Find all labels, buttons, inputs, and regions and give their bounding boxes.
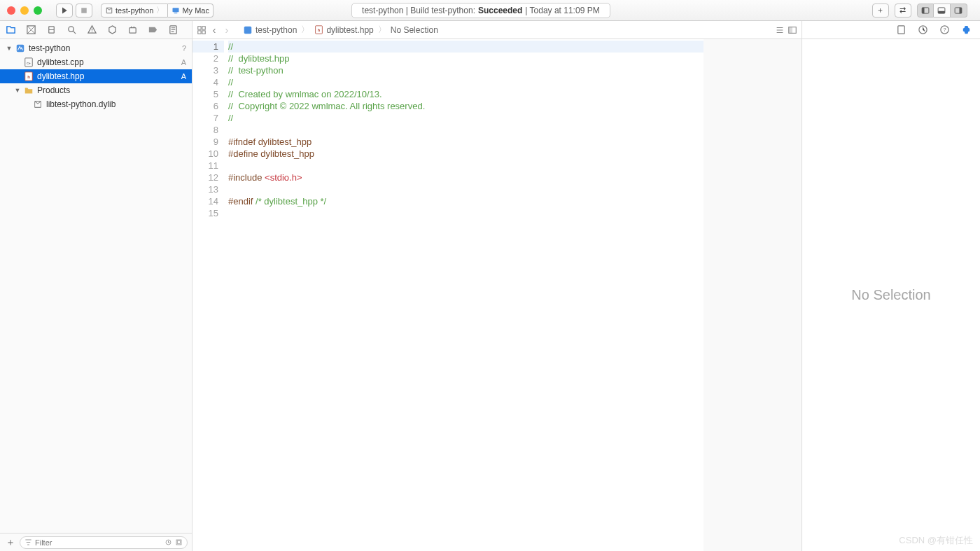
svg-rect-20: [177, 540, 180, 543]
breadcrumb-selection[interactable]: No Selection: [391, 25, 438, 35]
svg-rect-23: [198, 30, 201, 33]
svg-point-10: [69, 27, 74, 32]
svg-text:h: h: [318, 28, 321, 32]
scheme-device-label: My Mac: [182, 6, 209, 15]
inspector-panel: ? No Selection: [802, 21, 980, 551]
toggle-debug-button[interactable]: [934, 4, 951, 18]
nav-forward-button[interactable]: ›: [222, 25, 232, 35]
project-tree: ▼ test-python ? c+ dylibtest.cpp A h dyl…: [0, 39, 192, 533]
history-inspector-tab[interactable]: [918, 25, 928, 35]
report-navigator-tab[interactable]: [168, 25, 178, 35]
project-icon: [15, 43, 26, 54]
project-navigator-tab[interactable]: [6, 25, 16, 35]
svg-rect-30: [898, 26, 904, 34]
debug-navigator-tab[interactable]: [127, 25, 138, 35]
toolbar: test-python 〉 My Mac test-python | Build…: [0, 0, 980, 21]
library-button[interactable]: ＋: [872, 4, 889, 18]
symbol-navigator-tab[interactable]: [46, 25, 57, 35]
svg-text:?: ?: [943, 27, 946, 33]
svg-rect-21: [198, 26, 201, 29]
file-inspector-tab[interactable]: [896, 25, 906, 35]
file-label: dylibtest.cpp: [37, 57, 192, 67]
nav-back-button[interactable]: ‹: [209, 25, 219, 35]
close-window-button[interactable]: [7, 6, 15, 15]
attributes-inspector-tab[interactable]: [961, 25, 972, 35]
inspector-tabs: ?: [802, 21, 980, 39]
scheme-project[interactable]: test-python 〉: [101, 4, 168, 18]
panel-toggles: [917, 4, 967, 18]
code-content[interactable]: //// dylibtest.hpp// test-python//// Cre…: [224, 39, 704, 551]
svg-rect-8: [960, 7, 962, 13]
product-label: libtest-python.dylib: [46, 99, 192, 109]
product-node[interactable]: libtest-python.dylib: [0, 97, 192, 111]
toggle-inspector-button[interactable]: [951, 4, 967, 18]
svg-rect-11: [130, 28, 136, 34]
cpp-file-icon: c+: [23, 57, 34, 68]
filter-input[interactable]: [35, 538, 162, 547]
svg-rect-0: [81, 8, 87, 13]
svg-rect-22: [202, 26, 205, 29]
svg-rect-1: [173, 8, 179, 12]
file-node-dylibtest-hpp[interactable]: h dylibtest.hpp A: [0, 69, 192, 83]
inspector-body: No Selection: [802, 39, 980, 551]
status-prefix: test-python | Build test-python:: [362, 6, 475, 15]
activity-view[interactable]: test-python | Build test-python: Succeed…: [351, 3, 610, 18]
source-control-tab[interactable]: [26, 25, 36, 35]
run-button[interactable]: [56, 4, 73, 18]
file-badge: A: [181, 72, 186, 81]
navigator-panel: ▼ test-python ? c+ dylibtest.cpp A h dyl…: [0, 21, 192, 551]
issue-navigator-tab[interactable]: [87, 25, 97, 35]
editor-area: ‹ › test-python 〉 h dylibtest.hpp 〉 No S…: [192, 21, 802, 551]
folder-icon: [23, 85, 34, 96]
scheme-selector[interactable]: test-python 〉 My Mac: [101, 4, 214, 18]
hpp-file-icon: h: [23, 71, 34, 82]
line-gutter: 123456789101112131415: [192, 39, 224, 551]
dylib-icon: [32, 99, 43, 110]
navigator-tabs: [0, 21, 192, 39]
split-editor-button[interactable]: [788, 25, 797, 35]
breadcrumb-file[interactable]: dylibtest.hpp: [326, 25, 373, 35]
status-time: | Today at 11:09 PM: [525, 6, 599, 15]
minimize-window-button[interactable]: [20, 6, 29, 15]
svg-rect-25: [244, 26, 252, 34]
toggle-navigator-button[interactable]: [917, 4, 934, 18]
svg-rect-2: [174, 13, 178, 13]
code-review-button[interactable]: ⇄: [895, 4, 911, 18]
find-navigator-tab[interactable]: [66, 25, 77, 35]
file-label: dylibtest.hpp: [37, 71, 192, 81]
project-root-badge: ?: [182, 44, 186, 53]
svg-rect-6: [939, 11, 946, 13]
stop-button[interactable]: [76, 4, 92, 18]
svg-rect-24: [202, 30, 205, 33]
editor-layout-button[interactable]: [775, 25, 785, 35]
window-controls: [7, 6, 42, 15]
minimap[interactable]: [704, 39, 802, 551]
project-root-label: test-python: [29, 43, 192, 53]
test-navigator-tab[interactable]: [107, 25, 118, 35]
add-target-button[interactable]: ＋: [4, 536, 17, 549]
svg-rect-29: [789, 27, 792, 33]
file-badge: A: [181, 58, 186, 67]
breadcrumb-file-icon: h: [314, 25, 323, 35]
project-root-node[interactable]: ▼ test-python ?: [0, 41, 192, 55]
breadcrumb-project[interactable]: test-python: [255, 25, 297, 35]
maximize-window-button[interactable]: [34, 6, 42, 15]
navigator-footer: ＋: [0, 533, 192, 551]
svg-text:h: h: [27, 74, 30, 79]
breadcrumb-project-icon: [243, 25, 253, 35]
products-folder-label: Products: [37, 85, 192, 95]
svg-text:c+: c+: [27, 61, 31, 65]
no-selection-label: No Selection: [851, 287, 930, 303]
products-folder-node[interactable]: ▼ Products: [0, 83, 192, 97]
scheme-project-label: test-python: [115, 6, 153, 15]
status-result: Succeeded: [478, 6, 522, 15]
file-node-dylibtest-cpp[interactable]: c+ dylibtest.cpp A: [0, 55, 192, 69]
code-editor[interactable]: 123456789101112131415 //// dylibtest.hpp…: [192, 39, 704, 551]
breakpoint-navigator-tab[interactable]: [148, 25, 158, 35]
related-items-button[interactable]: [197, 25, 206, 35]
scheme-device[interactable]: My Mac: [168, 4, 214, 18]
jump-bar: ‹ › test-python 〉 h dylibtest.hpp 〉 No S…: [192, 21, 802, 39]
help-inspector-tab[interactable]: ?: [939, 25, 950, 35]
filter-field[interactable]: [20, 536, 188, 549]
svg-rect-4: [922, 7, 924, 13]
